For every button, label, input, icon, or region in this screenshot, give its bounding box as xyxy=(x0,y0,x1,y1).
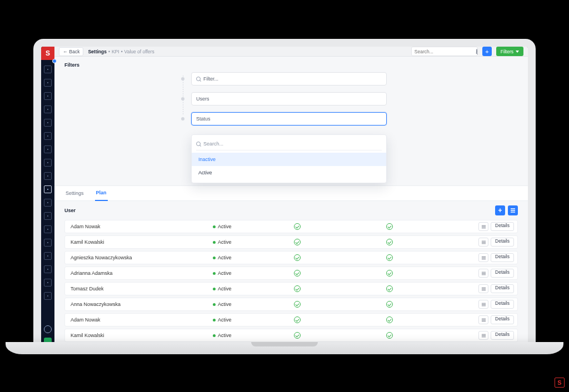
status-dot-icon xyxy=(213,319,216,321)
check-circle-icon xyxy=(294,285,301,292)
status-dot-icon xyxy=(213,334,216,337)
crumb-value[interactable]: Value of offers xyxy=(124,49,154,54)
filters-button[interactable]: Filters xyxy=(496,47,523,56)
nav-icon-dashboard[interactable] xyxy=(44,66,52,73)
breadcrumb: Settings • KPI • Value of offers xyxy=(88,49,154,54)
cell-status: Active xyxy=(213,270,291,276)
nav-icon-device[interactable] xyxy=(44,252,52,260)
nav-icon-activity[interactable] xyxy=(44,279,52,287)
filters-title: Filters xyxy=(64,62,518,68)
filter-status-pill[interactable]: Status xyxy=(191,112,387,125)
nav-icon-settings[interactable] xyxy=(44,292,52,300)
cell-actions: Details xyxy=(478,253,514,262)
tab-plan[interactable]: Plan xyxy=(95,185,108,201)
cell-check-1 xyxy=(294,254,383,261)
cell-check-2 xyxy=(386,316,475,323)
nav-icon-printer[interactable] xyxy=(44,212,52,220)
filter-users-pill[interactable]: Users xyxy=(191,92,387,105)
table-row: Kamil KowalskiActiveDetails xyxy=(64,329,518,342)
row-menu-button[interactable] xyxy=(478,284,488,293)
arrow-left-icon: ← xyxy=(63,49,68,54)
cell-check-2 xyxy=(386,285,475,292)
dropdown-option-inactive[interactable]: Inactive xyxy=(192,153,386,166)
cell-check-2 xyxy=(386,270,475,277)
add-row-button[interactable]: + xyxy=(495,205,505,215)
filter-search-pill[interactable]: Filter... xyxy=(191,72,387,86)
details-button[interactable]: Details xyxy=(491,269,514,278)
details-button[interactable]: Details xyxy=(491,331,514,340)
row-menu-button[interactable] xyxy=(478,269,488,278)
crumb-kpi[interactable]: KPI xyxy=(112,49,119,54)
app-logo[interactable]: S xyxy=(41,47,54,60)
nav-icon-document[interactable] xyxy=(44,172,52,180)
search-icon xyxy=(196,142,201,146)
add-button[interactable]: + xyxy=(482,47,492,56)
nav-icon-clipboard[interactable] xyxy=(44,119,52,127)
nav-icon-building[interactable] xyxy=(44,105,52,113)
details-button[interactable]: Details xyxy=(491,253,514,262)
cell-check-1 xyxy=(294,270,383,277)
check-circle-icon xyxy=(294,301,301,308)
status-dot-icon xyxy=(213,288,216,290)
nav-icon-briefcase[interactable] xyxy=(44,145,52,153)
details-button[interactable]: Details xyxy=(491,300,514,309)
row-menu-button[interactable] xyxy=(478,253,488,262)
nav-icon-target[interactable] xyxy=(44,92,52,100)
view-list-button[interactable] xyxy=(508,205,518,215)
row-menu-button[interactable] xyxy=(478,222,488,231)
details-button[interactable]: Details xyxy=(491,315,514,324)
row-menu-button[interactable] xyxy=(478,238,488,247)
details-button[interactable]: Details xyxy=(491,284,514,293)
check-circle-icon xyxy=(386,301,393,308)
row-menu-button[interactable] xyxy=(478,331,488,340)
table-row: Adam NowakActiveDetails xyxy=(64,313,518,326)
details-button[interactable]: Details xyxy=(491,222,514,231)
filter-placeholder: Filter... xyxy=(203,76,218,82)
row-menu-button[interactable] xyxy=(478,315,488,324)
status-dropdown: Search... Inactive Active xyxy=(191,134,387,183)
details-button[interactable]: Details xyxy=(491,238,514,247)
topbar: ← Back Settings • KPI • Value of offers … xyxy=(54,47,528,57)
dropdown-option-active[interactable]: Active xyxy=(192,166,386,179)
menu-icon xyxy=(481,318,486,323)
cell-name: Kamil Kowalski xyxy=(71,239,209,245)
menu-icon xyxy=(481,287,486,292)
check-circle-icon xyxy=(386,254,393,261)
chevron-down-icon xyxy=(516,51,519,53)
cell-actions: Details xyxy=(478,284,514,293)
dropdown-search[interactable]: Search... xyxy=(196,139,382,150)
cell-actions: Details xyxy=(478,300,514,309)
search-input[interactable] xyxy=(415,49,474,54)
check-circle-icon xyxy=(386,285,393,292)
status-dot-icon xyxy=(213,303,216,306)
nav-icon-folder[interactable] xyxy=(44,159,52,167)
check-circle-icon xyxy=(386,223,393,230)
filters-panel: Filters Filter... Users xyxy=(54,57,528,125)
cell-status: Active xyxy=(213,317,291,323)
nav-icon-cloud[interactable] xyxy=(44,199,52,207)
back-button[interactable]: ← Back xyxy=(59,47,83,56)
crumb-sep-2: • xyxy=(121,49,123,54)
cell-check-2 xyxy=(386,223,475,230)
cell-check-1 xyxy=(294,223,383,230)
sidebar: S xyxy=(41,47,54,350)
row-menu-button[interactable] xyxy=(478,300,488,309)
back-label: Back xyxy=(69,49,80,54)
crumb-settings[interactable]: Settings xyxy=(88,49,107,54)
nav-icon-people[interactable] xyxy=(44,239,52,247)
user-avatar[interactable] xyxy=(44,325,52,333)
check-circle-icon xyxy=(294,223,301,230)
filter-dot xyxy=(181,117,184,120)
nav-icon-list[interactable] xyxy=(44,265,52,273)
nav-icon-presentation[interactable] xyxy=(44,185,52,193)
check-circle-icon xyxy=(386,239,393,245)
notification-badge[interactable] xyxy=(52,59,57,63)
table-row: Anna NowaczykowskaActiveDetails xyxy=(64,298,518,311)
tab-settings[interactable]: Settings xyxy=(64,186,85,200)
nav-icon-calendar[interactable] xyxy=(44,132,52,140)
nav-icon-chart[interactable] xyxy=(44,79,52,87)
nav-icon-link[interactable] xyxy=(44,225,52,233)
cell-name: Adam Nowak xyxy=(71,317,209,323)
global-search[interactable] xyxy=(411,47,478,56)
cell-status: Active xyxy=(213,255,291,260)
